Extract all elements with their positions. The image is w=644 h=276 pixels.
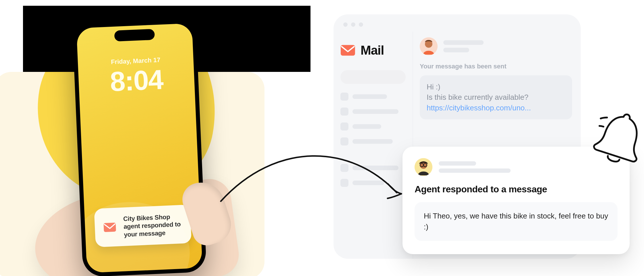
mail-title: Mail: [361, 43, 384, 57]
mail-icon: [340, 45, 355, 56]
sidebar-item[interactable]: [340, 108, 406, 116]
mail-sidebar: Mail: [334, 32, 413, 259]
notification-body: Hi Theo, yes, we have this bike in stock…: [415, 202, 618, 241]
sent-message-body: Hi :) Is this bike currently available? …: [420, 75, 572, 119]
mail-content: Your message has been sent Hi :) Is this…: [420, 37, 572, 119]
sidebar-item[interactable]: [340, 93, 406, 101]
notification-header-placeholder: [439, 161, 511, 173]
message-line: Is this bike currently available?: [427, 93, 528, 101]
svg-rect-1: [341, 45, 355, 56]
sent-status-label: Your message has been sent: [420, 63, 572, 70]
sidebar-item[interactable]: [340, 122, 406, 131]
window-traffic-lights: [343, 22, 363, 27]
decorative-pixel: [66, 53, 70, 57]
sidebar-item-selected[interactable]: [340, 70, 406, 84]
lockscreen-time: 8:04: [78, 62, 195, 99]
message-line: Hi :): [427, 83, 440, 91]
phone-screen: Friday, March 17 8:04 City Bikes Shop ag…: [76, 23, 203, 273]
phone-mockup: Friday, March 17 8:04 City Bikes Shop ag…: [72, 19, 207, 276]
avatar: [420, 37, 438, 55]
message-header: [420, 37, 572, 55]
sidebar-item[interactable]: [340, 137, 406, 145]
message-header-placeholder: [443, 40, 572, 52]
phone-notch: [114, 29, 155, 41]
mail-header: Mail: [340, 43, 406, 57]
notification-text: City Bikes Shop agent responded to your …: [123, 212, 183, 238]
message-link[interactable]: https://citybikesshop.com/uno...: [427, 103, 531, 112]
svg-rect-0: [103, 223, 116, 232]
arrow-illustration: [218, 152, 408, 213]
lockscreen-notification[interactable]: City Bikes Shop agent responded to your …: [94, 204, 192, 247]
avatar: [415, 158, 432, 176]
mail-icon: [103, 220, 117, 234]
decorative-pixels: [60, 47, 64, 51]
notification-title: Agent responded to a message: [415, 184, 618, 195]
notification-header: [415, 158, 618, 176]
